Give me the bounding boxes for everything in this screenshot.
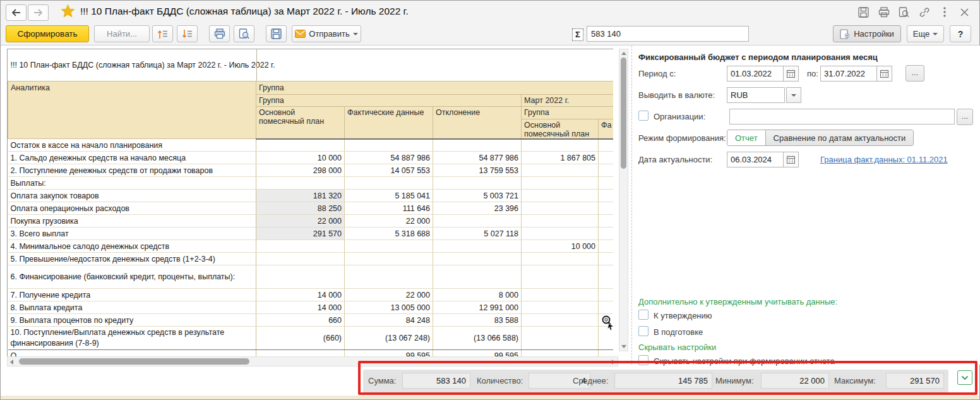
row-label-cell[interactable]: Оплата закупок товаров bbox=[8, 190, 256, 202]
hide-on-generate-checkbox[interactable] bbox=[638, 355, 648, 365]
link-icon[interactable] bbox=[918, 6, 930, 18]
expand-status-button[interactable] bbox=[957, 370, 972, 385]
header-group-top[interactable]: Группа bbox=[256, 81, 614, 94]
deviation-cell[interactable]: 5 003 721 bbox=[433, 190, 522, 202]
scroll-left-arrow[interactable] bbox=[10, 360, 13, 365]
header-month-group[interactable]: Группа bbox=[522, 106, 614, 119]
row-label-cell[interactable]: 1. Сальдо денежных средств на начало мес… bbox=[8, 152, 256, 164]
row-label-cell[interactable]: Оплата операционных расходов bbox=[8, 202, 256, 215]
month-plan-cell[interactable] bbox=[522, 215, 599, 227]
header-group-mid[interactable]: Группа bbox=[256, 94, 522, 106]
plan-cell[interactable] bbox=[256, 240, 345, 253]
plan-cell[interactable]: 660 bbox=[256, 314, 345, 327]
print-icon[interactable] bbox=[878, 6, 890, 18]
month-plan-cell[interactable] bbox=[522, 164, 599, 177]
row-label-cell[interactable]: 9. Выплата процентов по кредиту bbox=[8, 314, 256, 327]
sort-descending-button[interactable] bbox=[177, 25, 198, 42]
deviation-cell[interactable]: 23 396 bbox=[433, 202, 522, 215]
plan-cell[interactable]: (660) bbox=[256, 327, 345, 350]
header-month-fact-clipped[interactable]: Фа bbox=[599, 119, 614, 139]
month-fact-cell[interactable] bbox=[599, 152, 614, 164]
deviation-cell[interactable]: (13 066 588) bbox=[433, 327, 522, 350]
fact-cell[interactable]: 111 646 bbox=[345, 202, 433, 215]
month-fact-cell[interactable] bbox=[599, 177, 614, 190]
fact-cell[interactable]: 54 887 986 bbox=[345, 152, 433, 164]
kebab-icon[interactable] bbox=[938, 6, 950, 18]
close-icon[interactable] bbox=[959, 6, 971, 18]
month-fact-cell[interactable] bbox=[599, 227, 614, 240]
preview-button[interactable] bbox=[234, 25, 254, 42]
plan-cell[interactable]: 14 000 bbox=[256, 289, 345, 301]
month-fact-cell[interactable] bbox=[599, 265, 614, 289]
header-col-fact[interactable]: Фактические данные bbox=[345, 106, 433, 139]
month-fact-cell[interactable] bbox=[599, 240, 614, 253]
deviation-cell[interactable] bbox=[433, 265, 522, 289]
fact-cell[interactable]: 13 005 000 bbox=[345, 301, 433, 314]
favorite-star-icon[interactable] bbox=[61, 4, 75, 20]
organizations-options-button[interactable]: ... bbox=[957, 109, 973, 125]
fact-cell[interactable]: 22 000 bbox=[345, 215, 433, 227]
deviation-cell[interactable]: 83 588 bbox=[433, 314, 522, 327]
month-plan-cell[interactable] bbox=[522, 265, 599, 289]
sort-ascending-button[interactable] bbox=[152, 25, 173, 42]
month-fact-cell[interactable] bbox=[599, 289, 614, 301]
row-label-cell[interactable]: 8. Выплата кредита bbox=[8, 301, 256, 314]
plan-cell[interactable] bbox=[256, 177, 345, 190]
mode-report-segment[interactable]: Отчет bbox=[727, 130, 766, 145]
month-plan-cell[interactable]: 10 000 bbox=[522, 240, 599, 253]
month-plan-cell[interactable] bbox=[522, 327, 599, 350]
print-button[interactable] bbox=[209, 25, 230, 42]
header-col-plan[interactable]: Основной помесячный план bbox=[256, 106, 345, 139]
month-fact-cell[interactable] bbox=[599, 301, 614, 314]
deviation-cell[interactable]: 13 759 553 bbox=[433, 164, 522, 177]
month-fact-cell[interactable] bbox=[599, 215, 614, 227]
calendar-icon[interactable] bbox=[784, 66, 799, 82]
month-plan-cell[interactable] bbox=[522, 314, 599, 327]
back-button[interactable] bbox=[6, 4, 27, 21]
month-fact-cell[interactable] bbox=[599, 202, 614, 215]
deviation-cell[interactable] bbox=[433, 177, 522, 190]
header-col-deviation[interactable]: Отклонение bbox=[433, 106, 522, 139]
period-options-button[interactable]: ... bbox=[905, 65, 924, 82]
plan-cell[interactable]: 291 570 bbox=[256, 227, 345, 240]
month-fact-cell[interactable] bbox=[599, 164, 614, 177]
sum-field[interactable] bbox=[587, 26, 749, 42]
row-label-cell[interactable]: Выплаты: bbox=[8, 177, 256, 190]
row-label-cell[interactable]: 3. Всего выплат bbox=[8, 227, 256, 240]
period-to-input[interactable]: 31.07.2022 bbox=[820, 66, 877, 82]
period-from-input[interactable]: 01.03.2022 bbox=[727, 66, 784, 82]
hide-settings-link[interactable]: Скрывать настройки bbox=[638, 342, 716, 352]
month-fact-cell[interactable] bbox=[599, 253, 614, 265]
horizontal-scroll-thumb[interactable] bbox=[19, 358, 249, 365]
sigma-icon[interactable]: Σ bbox=[572, 28, 583, 41]
settings-button[interactable]: Настройки bbox=[833, 25, 901, 42]
report-title-cell[interactable]: !!! 10 План-факт БДДС (сложная таблица) … bbox=[8, 49, 614, 81]
deviation-cell[interactable] bbox=[433, 253, 522, 265]
row-label-cell[interactable]: 2. Поступление денежных средств от прода… bbox=[8, 164, 256, 177]
fact-cell[interactable]: 5 185 041 bbox=[345, 190, 433, 202]
plan-cell[interactable]: 14 000 bbox=[256, 301, 345, 314]
actual-date-input[interactable]: 06.03.2024 bbox=[727, 152, 784, 167]
plan-cell[interactable]: 298 000 bbox=[256, 164, 345, 177]
month-plan-cell[interactable] bbox=[522, 190, 599, 202]
save-icon[interactable] bbox=[858, 6, 869, 18]
plan-cell[interactable]: 181 320 bbox=[256, 190, 345, 202]
row-label-cell[interactable]: Остаток в кассе на начало планирования bbox=[8, 139, 256, 152]
row-label-cell[interactable]: 4. Минимальное салодо денежных средств bbox=[8, 240, 256, 253]
vertical-scroll-thumb[interactable] bbox=[621, 58, 626, 169]
fact-cell[interactable]: 14 057 553 bbox=[345, 164, 433, 177]
month-plan-cell[interactable] bbox=[522, 139, 599, 152]
plan-cell[interactable] bbox=[256, 139, 345, 152]
generate-button[interactable]: Сформировать bbox=[6, 25, 89, 42]
currency-input[interactable]: RUB bbox=[727, 87, 785, 103]
forward-button[interactable] bbox=[28, 4, 49, 21]
month-fact-cell[interactable] bbox=[599, 139, 614, 152]
organizations-input[interactable] bbox=[729, 109, 955, 124]
plan-cell[interactable] bbox=[256, 265, 345, 289]
plan-cell[interactable]: 88 250 bbox=[256, 202, 345, 215]
header-month[interactable]: Март 2022 г. bbox=[522, 94, 614, 106]
in-preparation-checkbox[interactable] bbox=[638, 326, 648, 336]
save-report-button[interactable] bbox=[266, 25, 287, 42]
month-plan-cell[interactable]: 1 867 805 bbox=[522, 152, 599, 164]
month-fact-cell[interactable] bbox=[599, 190, 614, 202]
